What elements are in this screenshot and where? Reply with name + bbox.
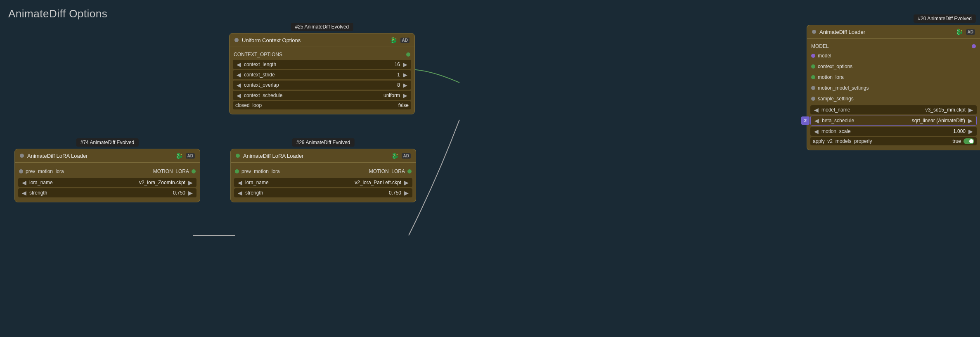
- loader-motion-model-settings-dot[interactable]: [811, 86, 815, 90]
- context-schedule-left-arrow[interactable]: ◀: [235, 92, 242, 99]
- page-title: AnimateDiff Options: [8, 7, 107, 20]
- lora-29-strength-left[interactable]: ◀: [237, 190, 244, 196]
- uniform-context-title: Uniform Context Options: [242, 37, 387, 43]
- lora-74-strength-right[interactable]: ▶: [187, 190, 194, 196]
- context-stride-left-arrow[interactable]: ◀: [235, 71, 242, 78]
- loader-sample-settings-dot[interactable]: [811, 97, 815, 101]
- lora-loader-29-tag: #29 AnimateDiff Evolved: [292, 138, 355, 147]
- animatediff-loader-node: #20 AnimateDiff Evolved AnimateDiff Load…: [807, 25, 980, 150]
- loader-beta-schedule-row: ◀ beta_schedule sqrt_linear (AnimateDiff…: [810, 116, 977, 126]
- animatediff-loader-output-label: MODEL: [811, 43, 829, 49]
- animatediff-loader-body: MODEL model context_options motion_lora …: [807, 39, 980, 150]
- loader-model-port: model: [807, 50, 980, 61]
- lora-29-strength-row: ◀ strength 0.750 ▶: [234, 188, 412, 197]
- lora-loader-29-dot: [236, 154, 240, 158]
- lora-74-name-right[interactable]: ▶: [187, 179, 194, 186]
- animatediff-loader-model-output-port[interactable]: [972, 44, 976, 48]
- uniform-context-output: CONTEXT_OPTIONS: [230, 50, 414, 59]
- loader-model-name-row: ◀ model_name v3_sd15_mm.ckpt ▶: [810, 105, 977, 114]
- context-schedule-value: uniform: [382, 93, 402, 98]
- loader-apply-v2-value: true: [952, 138, 961, 144]
- loader-motion-scale-right[interactable]: ▶: [967, 128, 974, 135]
- context-stride-label: context_stride: [242, 72, 395, 78]
- animatediff-loader-dot: [812, 30, 816, 34]
- lora-29-prev-dot[interactable]: [235, 169, 239, 173]
- context-overlap-row: ◀ context_overlap 8 ▶: [233, 81, 411, 90]
- lora-74-strength-row: ◀ strength 0.750 ▶: [18, 188, 196, 197]
- context-stride-right-arrow[interactable]: ▶: [402, 71, 409, 78]
- lora-74-prev-label: prev_motion_lora: [26, 168, 151, 174]
- context-length-label: context_length: [242, 62, 393, 67]
- lora-loader-74-emoji: 🐉: [175, 152, 182, 159]
- lora-29-output-port[interactable]: [407, 169, 412, 173]
- context-stride-value: 1: [395, 72, 402, 78]
- loader-motion-lora-port: motion_lora: [807, 72, 980, 83]
- context-schedule-right-arrow[interactable]: ▶: [402, 92, 409, 99]
- closed-loop-row: closed_loop false: [233, 101, 411, 109]
- loader-context-options-label: context_options: [818, 64, 976, 69]
- lora-loader-29-node: #29 AnimateDiff Evolved AnimateDiff LoRA…: [230, 149, 416, 202]
- loader-model-name-value: v3_sd15_mm.ckpt: [924, 107, 967, 113]
- animatediff-loader-header: AnimateDiff Loader 🐉 AD: [807, 25, 980, 39]
- lora-29-name-value: v2_lora_PanLeft.ckpt: [353, 180, 403, 185]
- context-length-left-arrow[interactable]: ◀: [235, 61, 242, 68]
- loader-motion-scale-value: 1.000: [952, 128, 967, 134]
- uniform-context-dot: [234, 38, 239, 42]
- loader-sample-settings-port: sample_settings: [807, 93, 980, 104]
- lora-loader-74-body: prev_motion_lora MOTION_LORA ◀ lora_name…: [15, 163, 200, 202]
- uniform-context-tag: #25 AnimateDiff Evolved: [291, 23, 353, 31]
- loader-model-name-left[interactable]: ◀: [813, 107, 820, 113]
- loader-motion-scale-label: motion_scale: [820, 128, 952, 134]
- uniform-context-node: #25 AnimateDiff Evolved Uniform Context …: [229, 33, 415, 114]
- lora-74-prev-dot[interactable]: [19, 169, 23, 173]
- lora-74-name-left[interactable]: ◀: [21, 179, 28, 186]
- lora-loader-29-header: AnimateDiff LoRA Loader 🐉 AD: [231, 149, 416, 163]
- loader-model-name-right[interactable]: ▶: [967, 107, 974, 113]
- lora-74-output-label: MOTION_LORA: [153, 168, 189, 174]
- loader-motion-lora-dot[interactable]: [811, 75, 815, 79]
- lora-74-output-port[interactable]: [192, 169, 196, 173]
- context-schedule-row: ◀ context_schedule uniform ▶: [233, 91, 411, 100]
- loader-motion-scale-left[interactable]: ◀: [813, 128, 820, 135]
- lora-loader-29-ad-badge: AD: [402, 153, 411, 159]
- loader-context-options-dot[interactable]: [811, 64, 815, 69]
- lora-loader-74-title: AnimateDiff LoRA Loader: [27, 153, 172, 159]
- loader-motion-scale-row: ◀ motion_scale 1.000 ▶: [810, 127, 977, 136]
- loader-sample-settings-label: sample_settings: [818, 96, 976, 102]
- uniform-context-output-port[interactable]: [406, 52, 410, 57]
- lora-29-name-right[interactable]: ▶: [403, 179, 410, 186]
- lora-74-strength-value: 0.750: [171, 190, 187, 196]
- loader-apply-v2-toggle[interactable]: [963, 138, 974, 144]
- lora-74-strength-left[interactable]: ◀: [21, 190, 28, 196]
- context-length-right-arrow[interactable]: ▶: [402, 61, 409, 68]
- lora-74-name-row: ◀ lora_name v2_lora_ZoomIn.ckpt ▶: [18, 178, 196, 187]
- context-length-value: 16: [393, 62, 402, 67]
- lora-loader-29-body: prev_motion_lora MOTION_LORA ◀ lora_name…: [231, 163, 416, 202]
- lora-29-output-label: MOTION_LORA: [369, 168, 405, 174]
- uniform-context-ad-badge: AD: [400, 38, 410, 43]
- context-overlap-label: context_overlap: [242, 82, 395, 88]
- loader-motion-model-settings-label: motion_model_settings: [818, 85, 976, 91]
- animatediff-loader-title: AnimateDiff Loader: [819, 29, 952, 35]
- animatediff-loader-ad-badge: AD: [966, 29, 975, 35]
- loader-beta-schedule-left[interactable]: ◀: [813, 117, 820, 124]
- uniform-context-body: CONTEXT_OPTIONS ◀ context_length 16 ▶ ◀ …: [230, 47, 414, 114]
- uniform-context-header: Uniform Context Options 🐉 AD: [230, 33, 414, 47]
- loader-beta-schedule-right[interactable]: ▶: [967, 117, 974, 124]
- context-schedule-label: context_schedule: [242, 93, 382, 98]
- lora-loader-29-title: AnimateDiff LoRA Loader: [243, 153, 388, 159]
- lora-74-prev-port: prev_motion_lora MOTION_LORA: [15, 166, 200, 177]
- context-overlap-left-arrow[interactable]: ◀: [235, 82, 242, 88]
- animatediff-loader-emoji: 🐉: [956, 28, 963, 35]
- loader-model-label: model: [818, 53, 976, 59]
- loader-model-port-dot[interactable]: [811, 54, 815, 58]
- lora-29-strength-label: strength: [244, 190, 387, 196]
- animatediff-loader-output: MODEL: [807, 42, 980, 50]
- lora-loader-74-ad-badge: AD: [186, 153, 195, 159]
- lora-29-prev-label: prev_motion_lora: [241, 168, 367, 174]
- loader-model-name-label: model_name: [820, 107, 924, 113]
- loader-context-options-port: context_options: [807, 61, 980, 72]
- context-overlap-right-arrow[interactable]: ▶: [402, 82, 409, 88]
- lora-29-strength-right[interactable]: ▶: [403, 190, 410, 196]
- lora-29-name-left[interactable]: ◀: [237, 179, 244, 186]
